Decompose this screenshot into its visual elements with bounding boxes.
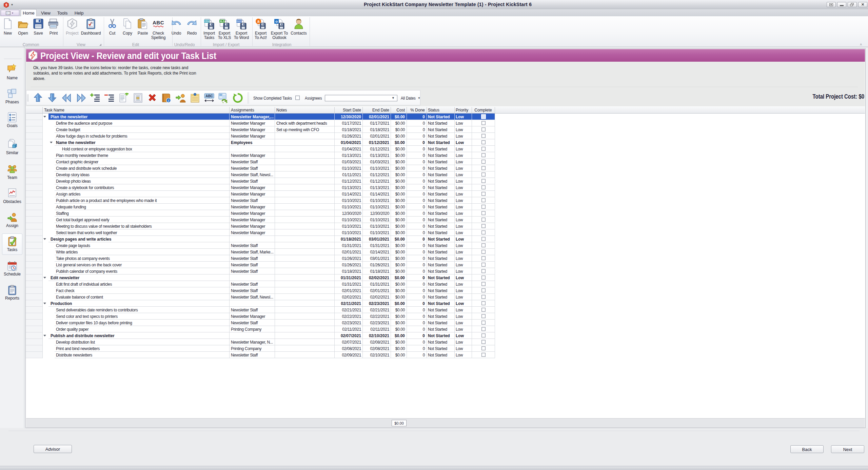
svg-text:CSV: CSV — [204, 20, 210, 22]
svg-text:o: o — [275, 19, 278, 23]
svg-text:a: a — [257, 19, 260, 24]
svg-text:DOC: DOC — [236, 20, 242, 22]
svg-text:ABC: ABC — [205, 94, 213, 98]
svg-text:XLS: XLS — [220, 20, 224, 22]
